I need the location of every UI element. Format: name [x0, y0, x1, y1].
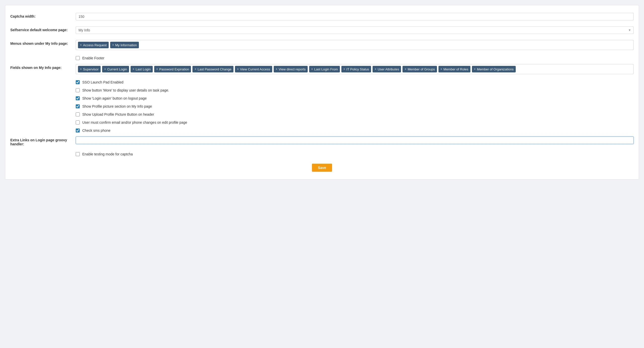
tag-label-supervisor: Supervisor — [83, 67, 99, 71]
check-sms-row: Check sms phone — [10, 128, 634, 133]
selfservice-select[interactable]: My Info Dashboard Access Request — [76, 26, 634, 34]
selfservice-label: Selfservice default welcome page: — [10, 26, 76, 32]
user-confirm-checkbox[interactable] — [76, 120, 80, 124]
fields-label: Fields shown on My Info page: — [10, 64, 76, 70]
tag-label-user-attributes: User Attributes — [378, 67, 399, 71]
sso-launch-checkbox[interactable] — [76, 80, 80, 84]
user-confirm-label[interactable]: User must confirm email and/or phone cha… — [82, 120, 187, 124]
tag-close-last-login-from[interactable]: × — [311, 68, 313, 71]
tag-label-member-of-groups: Member of Groups — [408, 67, 435, 71]
show-upload-row: Show Upload Profile Picture Button on he… — [10, 112, 634, 116]
tag-close-member-of-organizations[interactable]: × — [474, 68, 476, 71]
tag-label-member-of-organizations: Member of Organizations — [477, 67, 514, 71]
show-more-row: Show button 'More' to display user detai… — [10, 88, 634, 92]
tag-close-view-current-access[interactable]: × — [237, 68, 239, 71]
fields-tags-container: × Supervisor × Current Login × Last Logi… — [76, 64, 634, 74]
tag-last-password-change: × Last Password Change — [192, 66, 233, 72]
check-sms-checkbox[interactable] — [76, 128, 80, 133]
tag-label-password-expiration: Password Expiration — [159, 67, 189, 71]
save-button-row: Save — [10, 164, 634, 172]
tag-label-view-current-access: View Current Access — [240, 67, 270, 71]
selfservice-control: My Info Dashboard Access Request ▼ — [76, 26, 634, 34]
captcha-width-input[interactable] — [76, 13, 634, 20]
tag-close-member-of-roles[interactable]: × — [440, 68, 442, 71]
captcha-width-control — [76, 13, 634, 20]
show-login-again-checkbox[interactable] — [76, 96, 80, 100]
extra-links-row: Extra Links on Login page groovy handler… — [10, 137, 634, 146]
fields-control: × Supervisor × Current Login × Last Logi… — [76, 64, 634, 74]
enable-testing-row: Enable testing mode for captcha — [10, 152, 634, 156]
tag-label-view-direct-reports: View direct reports — [279, 67, 306, 71]
sso-launch-row: SSO Launch Pad Enabled — [10, 80, 634, 84]
tag-label-it-policy-status: IT Policy Status — [346, 67, 369, 71]
show-upload-checkbox[interactable] — [76, 112, 80, 116]
menus-label: Menus shown under My Info page: — [10, 40, 76, 46]
enable-testing-checkbox[interactable] — [76, 152, 80, 156]
show-more-checkbox[interactable] — [76, 88, 80, 92]
tag-close-it-policy-status[interactable]: × — [343, 68, 345, 71]
tag-label-last-login-from: Last Login From — [314, 67, 338, 71]
show-profile-pic-row: Show Profile picture section on My Info … — [10, 104, 634, 108]
extra-links-label: Extra Links on Login page groovy handler… — [10, 137, 76, 146]
tag-label-last-login: Last Login — [136, 67, 151, 71]
enable-footer-row: Enable Footer — [10, 56, 634, 60]
show-profile-pic-checkbox[interactable] — [76, 104, 80, 108]
tag-close-view-direct-reports[interactable]: × — [276, 68, 277, 71]
tag-last-login-from: × Last Login From — [309, 66, 340, 72]
tag-member-of-organizations: × Member of Organizations — [472, 66, 516, 72]
tag-member-of-roles: × Member of Roles — [438, 66, 470, 72]
tag-close-member-of-groups[interactable]: × — [405, 68, 406, 71]
enable-testing-label[interactable]: Enable testing mode for captcha — [82, 152, 133, 156]
selfservice-row: Selfservice default welcome page: My Inf… — [10, 26, 634, 34]
tag-view-current-access: × View Current Access — [235, 66, 272, 72]
enable-footer-checkbox[interactable] — [76, 56, 80, 60]
tag-close-user-attributes[interactable]: × — [375, 68, 376, 71]
tag-label-member-of-roles: Member of Roles — [444, 67, 468, 71]
fields-row: Fields shown on My Info page: × Supervis… — [10, 64, 634, 74]
tag-password-expiration: × Password Expiration — [154, 66, 191, 72]
tag-label-last-password-change: Last Password Change — [198, 67, 231, 71]
tag-current-login: × Current Login — [102, 66, 129, 72]
show-login-again-label[interactable]: Show 'Login again' button on logout page — [82, 96, 147, 100]
menus-row: Menus shown under My Info page: × Access… — [10, 40, 634, 50]
tag-access-request: × Access Request — [78, 42, 109, 48]
menus-tags-container: × Access Request × My Information — [76, 40, 634, 50]
tag-close-last-password-change[interactable]: × — [194, 68, 196, 71]
extra-links-input[interactable] — [76, 137, 634, 144]
tag-close-access-request[interactable]: × — [80, 44, 82, 47]
selfservice-select-wrap: My Info Dashboard Access Request ▼ — [76, 26, 634, 34]
captcha-width-row: Captcha width: — [10, 13, 634, 20]
tag-view-direct-reports: × View direct reports — [274, 66, 308, 72]
show-more-label[interactable]: Show button 'More' to display user detai… — [82, 88, 169, 92]
extra-links-control — [76, 137, 634, 144]
user-confirm-row: User must confirm email and/or phone cha… — [10, 120, 634, 124]
save-button[interactable]: Save — [312, 164, 332, 172]
tag-supervisor: × Supervisor — [78, 66, 101, 72]
tag-close-last-login[interactable]: × — [133, 68, 134, 71]
show-login-again-row: Show 'Login again' button on logout page — [10, 96, 634, 100]
menus-control: × Access Request × My Information — [76, 40, 634, 50]
tag-it-policy-status: × IT Policy Status — [341, 66, 371, 72]
tag-close-password-expiration[interactable]: × — [156, 68, 158, 71]
show-upload-label[interactable]: Show Upload Profile Picture Button on he… — [82, 112, 154, 116]
tag-last-login: × Last Login — [131, 66, 153, 72]
tag-member-of-groups: × Member of Groups — [403, 66, 437, 72]
enable-footer-label[interactable]: Enable Footer — [82, 56, 104, 60]
show-profile-pic-label[interactable]: Show Profile picture section on My Info … — [82, 104, 152, 108]
tag-close-current-login[interactable]: × — [104, 68, 106, 71]
tag-label-my-information: My Information — [115, 43, 137, 47]
tag-user-attributes: × User Attributes — [373, 66, 401, 72]
tag-my-information: × My Information — [110, 42, 139, 48]
sso-launch-label[interactable]: SSO Launch Pad Enabled — [82, 80, 123, 84]
tag-label-access-request: Access Request — [83, 43, 107, 47]
tag-label-current-login: Current Login — [107, 67, 127, 71]
tag-close-my-information[interactable]: × — [112, 44, 114, 47]
check-sms-label[interactable]: Check sms phone — [82, 128, 110, 133]
tag-close-supervisor[interactable]: × — [80, 68, 82, 71]
settings-form: Captcha width: Selfservice default welco… — [5, 5, 639, 180]
captcha-width-label: Captcha width: — [10, 13, 76, 18]
